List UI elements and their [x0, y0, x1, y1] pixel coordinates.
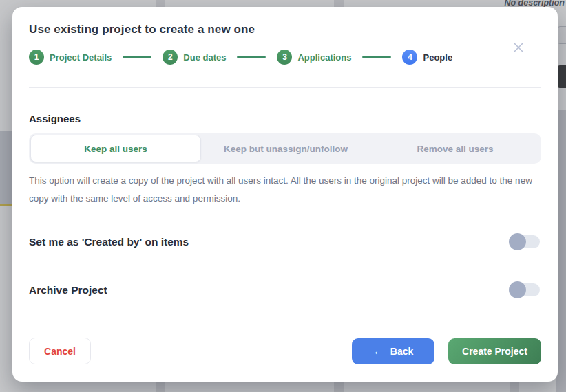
header-divider: [29, 87, 541, 88]
created-by-toggle[interactable]: [510, 235, 540, 248]
modal-body: Assignees Keep all users Keep but unassi…: [12, 88, 558, 338]
archive-project-toggle-label: Archive Project: [29, 284, 107, 296]
step-connector-line: [362, 56, 391, 58]
step-people[interactable]: 4 People: [402, 50, 452, 65]
create-project-button[interactable]: Create Project: [448, 338, 541, 364]
board-card-accent-line: [0, 204, 12, 206]
created-by-toggle-row: Set me as 'Created by' on items: [29, 235, 541, 248]
wizard-stepper: 1 Project Details 2 Due dates 3 Applicat…: [29, 50, 541, 65]
step-number-badge: 1: [29, 50, 44, 65]
toggle-knob: [509, 281, 526, 298]
step-label: Project Details: [50, 52, 112, 63]
assignees-segmented-control: Keep all users Keep but unassign/unfollo…: [29, 133, 541, 164]
back-button[interactable]: ← Back: [352, 338, 434, 364]
modal-header: Use existing project to create a new one…: [12, 7, 558, 88]
step-project-details[interactable]: 1 Project Details: [29, 50, 112, 65]
segment-keep-but-unassign[interactable]: Keep but unassign/unfollow: [201, 135, 370, 162]
segment-remove-all-users[interactable]: Remove all users: [370, 135, 540, 162]
background-avatar: [558, 65, 566, 88]
step-connector-line: [237, 56, 266, 58]
assignees-option-description: This option will create a copy of the pr…: [29, 172, 541, 208]
footer-right-buttons: ← Back Create Project: [352, 338, 541, 364]
step-label: Applications: [297, 52, 351, 63]
step-due-dates[interactable]: 2 Due dates: [163, 50, 226, 65]
assignees-section-label: Assignees: [29, 113, 541, 124]
archive-project-toggle[interactable]: [510, 283, 540, 296]
use-existing-project-modal: Use existing project to create a new one…: [12, 7, 558, 382]
background-card-outline: [556, 26, 566, 44]
step-applications[interactable]: 3 Applications: [277, 50, 351, 65]
step-connector-line: [123, 56, 151, 58]
close-icon[interactable]: [511, 40, 526, 55]
back-arrow-icon: ←: [373, 346, 384, 357]
step-label: Due dates: [183, 52, 226, 63]
modal-footer: Cancel ← Back Create Project: [12, 338, 558, 382]
board-card-edge: [0, 131, 12, 204]
created-by-toggle-label: Set me as 'Created by' on items: [29, 236, 189, 248]
segment-keep-all-users[interactable]: Keep all users: [30, 135, 201, 162]
step-number-badge: 3: [277, 50, 292, 65]
step-number-badge: 2: [163, 50, 178, 65]
toggle-knob: [509, 233, 526, 250]
modal-title: Use existing project to create a new one: [29, 23, 541, 36]
step-label: People: [423, 52, 452, 63]
back-button-label: Back: [390, 346, 413, 357]
cancel-button[interactable]: Cancel: [29, 338, 91, 364]
board-column-divider: [556, 110, 566, 392]
step-number-badge: 4: [402, 50, 417, 65]
archive-project-toggle-row: Archive Project: [29, 283, 541, 296]
